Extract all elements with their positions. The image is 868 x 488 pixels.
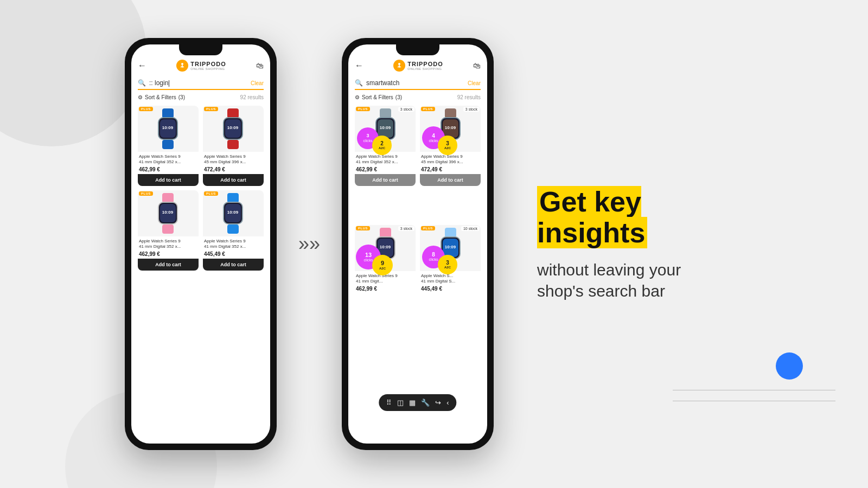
product-image-left-4: 10:09 (203, 190, 264, 236)
svg-text:10:09: 10:09 (227, 125, 239, 130)
svg-text:10:09: 10:09 (162, 125, 174, 130)
filter-icon-left: ⚙ (138, 94, 143, 100)
clear-btn-right[interactable]: Clear (468, 80, 481, 86)
add-to-cart-left-2[interactable]: Add to cart (203, 174, 264, 186)
svg-text:10:09: 10:09 (379, 125, 391, 130)
plus-badge-2: PLUS (204, 107, 218, 111)
phone-left: ← TRIPPODO ONLINE SHOPPI (125, 38, 277, 450)
svg-rect-27 (227, 224, 239, 234)
svg-text:10:09: 10:09 (444, 245, 456, 249)
search-bar-right[interactable]: 🔍 smartwatch Clear (355, 77, 481, 90)
logo-text-left: TRIPPODO ONLINE SHOPPING (190, 61, 226, 70)
plus-badge-r3: PLUS (356, 226, 370, 230)
cart-icon-right[interactable]: 🛍 (473, 61, 481, 70)
svg-text:10:09: 10:09 (444, 125, 456, 130)
a2c-bubble-r2: 3 A2C (438, 136, 457, 155)
svg-text:10:09: 10:09 (379, 245, 391, 249)
svg-rect-9 (162, 140, 174, 149)
svg-text:10:09: 10:09 (227, 210, 239, 215)
a2c-count-r2: 3 (446, 140, 449, 146)
add-to-cart-right-2[interactable]: Add to cart (420, 174, 481, 186)
logo-name-left: TRIPPODO (190, 61, 226, 67)
product-image-left-2: 10:09 (203, 106, 264, 152)
product-card-right-4: PLUS 10 stock 10:09 (420, 225, 481, 293)
filter-left[interactable]: ⚙ Sort & Filters (3) (138, 94, 185, 100)
logo-icon-right (393, 60, 405, 72)
plus-badge-r2: PLUS (421, 107, 435, 111)
product-name-left-4: Apple Watch Series 941 mm Digital 352 x.… (204, 239, 263, 250)
filters-row-left: ⚙ Sort & Filters (3) 92 results (138, 94, 264, 100)
filter-label-left: Sort & Filters (145, 94, 176, 100)
clear-btn-left[interactable]: Clear (251, 80, 264, 86)
back-button-right[interactable]: ← (355, 61, 363, 70)
product-grid-right-bottom: PLUS 3 stock 10:09 (355, 225, 481, 293)
svg-rect-44 (380, 228, 391, 237)
logo-right: TRIPPODO ONLINE SHOPPING (393, 60, 443, 72)
subheadline: without leaving yourshop's search bar (537, 259, 743, 301)
product-grid-right: PLUS 3 stock 10:09 (355, 106, 481, 186)
filter-label-right: Sort & Filters (362, 94, 393, 100)
product-price-left-4: 445,49 € (204, 251, 263, 257)
logo-icon-left (176, 60, 188, 72)
svg-point-28 (398, 63, 400, 65)
add-to-cart-left-3[interactable]: Add to cart (138, 259, 199, 271)
search-text-right: smartwatch (366, 79, 468, 87)
add-to-cart-right-1[interactable]: Add to cart (355, 174, 416, 186)
search-icon-left: 🔍 (138, 79, 146, 87)
toolbar-back-icon[interactable]: ‹ (446, 399, 449, 407)
product-name-left-2: Apple Watch Series 945 mm Digital 396 x.… (204, 154, 263, 165)
svg-point-0 (181, 63, 183, 65)
toolbar-dots-icon[interactable]: ⠿ (386, 399, 392, 407)
stock-badge-r1: 3 stock (398, 107, 414, 112)
svg-rect-38 (445, 108, 456, 118)
product-price-right-1: 462,99 € (356, 166, 414, 172)
phone-right-content: ← TRIPPODO ONLINE SHOPPI (348, 44, 487, 444)
toolbar-layers-icon[interactable]: ◫ (397, 399, 404, 407)
product-name-right-4: Apple Watch S...41 mm Digital S... (421, 273, 480, 285)
toolbar[interactable]: ⠿ ◫ ▦ 🔧 ↪ ‹ (379, 394, 456, 411)
product-name-right-1: Apple Watch Series 941 mm Digital 352 x.… (356, 154, 414, 165)
add-to-cart-left-1[interactable]: Add to cart (138, 174, 199, 186)
back-button-left[interactable]: ← (138, 61, 146, 70)
search-bar-left[interactable]: 🔍 :: login Clear (138, 77, 264, 90)
stock-badge-r3: 3 stock (398, 226, 414, 231)
a2c-count-r1: 2 (380, 140, 384, 146)
plus-badge-4: PLUS (204, 191, 218, 196)
svg-rect-32 (380, 108, 391, 118)
product-name-left-1: Apple Watch Series 941 mm Digital 352 x.… (139, 154, 197, 165)
product-card-left-1: PLUS 10:09 Apple Watch Series 9 (138, 106, 199, 186)
plus-badge-r1: PLUS (356, 107, 370, 111)
product-name-left-3: Apple Watch Series 941 mm Digital 352 x.… (139, 239, 197, 250)
toolbar-export-icon[interactable]: ↪ (435, 399, 441, 407)
main-container: ← TRIPPODO ONLINE SHOPPI (0, 0, 868, 488)
toolbar-calendar-icon[interactable]: ▦ (409, 399, 416, 407)
double-arrow-icon: »» (298, 233, 320, 255)
product-price-right-2: 472,49 € (421, 166, 480, 172)
phone-right: ← TRIPPODO ONLINE SHOPPI (342, 38, 494, 450)
a2c-bubble-r3: 9 A2C (372, 255, 393, 275)
svg-rect-4 (162, 108, 174, 118)
filters-row-right: ⚙ Sort & Filters (3) 92 results (355, 94, 481, 100)
product-price-right-3: 462,99 € (356, 286, 414, 292)
app-header-left: ← TRIPPODO ONLINE SHOPPI (138, 60, 264, 72)
product-card-right-1: PLUS 3 stock 10:09 (355, 106, 416, 186)
headline-highlight: Get key insights (537, 186, 647, 248)
product-price-left-1: 462,99 € (139, 166, 197, 172)
toolbar-wrench-icon[interactable]: 🔧 (421, 399, 430, 407)
cart-icon-left[interactable]: 🛍 (256, 61, 264, 70)
add-to-cart-left-4[interactable]: Add to cart (203, 259, 264, 271)
phone-left-content: ← TRIPPODO ONLINE SHOPPI (131, 44, 270, 444)
right-content: Get key insights without leaving yoursho… (515, 187, 743, 301)
a2c-count-r4: 3 (446, 260, 449, 266)
filter-right[interactable]: ⚙ Sort & Filters (3) (355, 94, 402, 100)
product-card-right-3: PLUS 3 stock 10:09 (355, 225, 416, 293)
product-card-left-4: PLUS 10:09 Apple Watch Series 9 (203, 190, 264, 271)
headline: Get key insights (537, 187, 743, 248)
product-price-left-2: 472,49 € (204, 166, 263, 172)
app-header-right: ← TRIPPODO ONLINE SHOPPI (355, 60, 481, 72)
clicks-count-r1: 3 (367, 133, 369, 139)
svg-rect-10 (227, 108, 239, 118)
phone-right-notch (396, 44, 439, 55)
logo-left: TRIPPODO ONLINE SHOPPING (176, 60, 226, 72)
plus-badge-3: PLUS (139, 191, 153, 196)
